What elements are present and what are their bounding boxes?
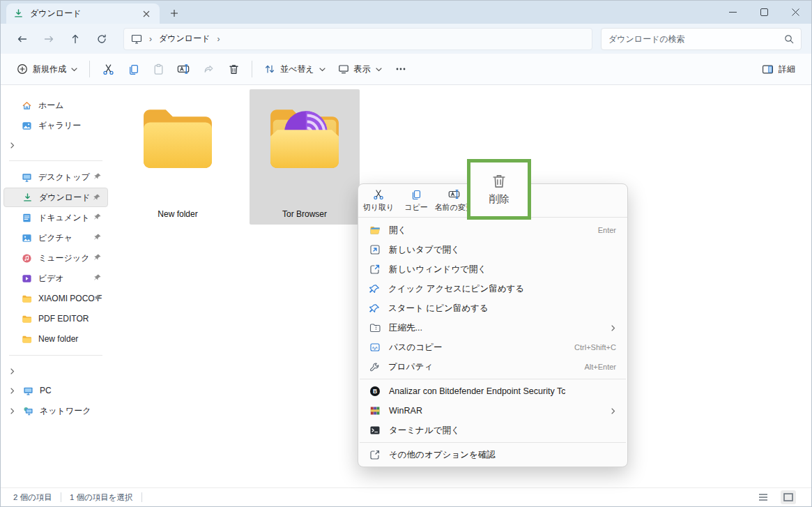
menu-item-copy-path[interactable]: パスのコピー Ctrl+Shift+C [361, 338, 625, 357]
menu-item-winrar[interactable]: WinRAR [361, 401, 625, 421]
menu-item-properties[interactable]: プロパティ Alt+Enter [361, 357, 625, 377]
menu-item-label: WinRAR [389, 406, 422, 416]
pictures-icon [22, 233, 32, 243]
menu-shortcut: Alt+Enter [584, 363, 616, 371]
search-box [601, 28, 802, 50]
divider [360, 379, 626, 379]
sort-button[interactable]: 並べ替え [258, 57, 332, 81]
sidebar-item-xiaomi-poco[interactable]: XIAOMI POCO F [3, 289, 108, 308]
menu-item-pin-quick-access[interactable]: クイック アクセスにピン留めする [361, 279, 625, 298]
sidebar-item-videos[interactable]: ビデオ [3, 268, 108, 288]
pin-icon [93, 253, 102, 262]
file-tile-new-folder[interactable]: New folder [123, 89, 233, 225]
menu-item-open[interactable]: 開く Enter [361, 220, 625, 240]
sidebar-item-gallery[interactable]: ギャラリー [3, 116, 108, 135]
view-label: 表示 [354, 63, 371, 75]
pin-icon [93, 294, 102, 302]
ctx-cut-button[interactable]: 切り取り [360, 189, 397, 213]
sidebar-item-pc[interactable]: PC [3, 381, 108, 400]
view-button[interactable]: 表示 [332, 57, 388, 81]
breadcrumb-chevron-icon: › [145, 34, 156, 44]
sidebar-item-pictures[interactable]: ピクチャ [3, 228, 108, 248]
wrench-icon [369, 362, 380, 372]
search-icon[interactable] [784, 34, 794, 44]
tab-downloads[interactable]: ダウンロード [6, 3, 160, 24]
ctx-copy-button[interactable]: コピー [397, 189, 435, 213]
sidebar-item-network[interactable]: ネットワーク [3, 401, 108, 421]
submenu-arrow-icon [610, 325, 616, 331]
sidebar-item-pdf-editor[interactable]: PDF EDITOR [3, 309, 108, 328]
this-pc-icon [131, 33, 142, 45]
command-toolbar: 新規作成 並べ替え [1, 54, 811, 85]
desktop-icon [22, 172, 32, 183]
file-name: Tor Browser [282, 209, 327, 219]
large-icons-view-icon[interactable] [781, 490, 796, 504]
pin-icon [93, 193, 101, 202]
divider [61, 492, 61, 502]
up-button[interactable] [63, 27, 87, 51]
sidebar-item-music[interactable]: ミュージック [3, 248, 108, 268]
new-item-button[interactable]: 新規作成 [10, 57, 84, 81]
breadcrumb[interactable]: › ダウンロード › [123, 28, 592, 50]
minimize-button[interactable] [717, 1, 749, 24]
menu-item-pin-start[interactable]: スタート にピン留めする [361, 298, 625, 318]
open-new-tab-icon [369, 244, 381, 255]
divider [9, 160, 102, 161]
menu-item-open-new-tab[interactable]: 新しいタブで開く [361, 240, 625, 259]
delete-button[interactable] [221, 57, 246, 81]
pin-icon [93, 273, 102, 282]
sort-label: 並べ替え [280, 63, 314, 75]
sidebar-item-label: PDF EDITOR [38, 314, 102, 324]
back-button[interactable] [10, 27, 34, 51]
cut-button[interactable] [95, 57, 121, 81]
file-tile-tor-browser[interactable]: Tor Browser [250, 89, 360, 225]
tab-close-icon[interactable] [140, 8, 153, 20]
menu-item-label: プロパティ [388, 361, 433, 373]
new-tab-button[interactable] [164, 4, 185, 22]
sidebar-item-downloads[interactable]: ダウンロード [3, 188, 108, 207]
menu-item-open-new-window[interactable]: 新しいウィンドウで開く [361, 259, 625, 279]
ctx-delete-label: 削除 [489, 192, 510, 206]
menu-item-label: 圧縮先... [389, 322, 422, 334]
folder-icon [22, 334, 32, 345]
tab-title: ダウンロード [30, 8, 134, 20]
menu-item-show-more-options[interactable]: その他のオプションを確認 [361, 445, 625, 464]
tree-expander-icon[interactable] [9, 388, 15, 394]
sidebar-item-documents[interactable]: ドキュメント [3, 208, 108, 227]
chevron-down-icon [376, 66, 382, 73]
maximize-button[interactable] [749, 1, 780, 24]
rename-button[interactable] [171, 57, 196, 81]
search-input[interactable] [608, 34, 784, 44]
ctx-delete-button[interactable] [491, 173, 507, 190]
folder-icon [22, 294, 32, 304]
tab-strip: ダウンロード [1, 1, 811, 24]
menu-item-compress[interactable]: 圧縮先... [361, 318, 625, 338]
ctx-cut-label: 切り取り [363, 202, 394, 213]
details-pane-button[interactable]: 詳細 [756, 57, 802, 81]
menu-shortcut: Enter [598, 226, 616, 234]
close-button[interactable] [780, 1, 811, 24]
menu-item-label: ターミナルで開く [389, 425, 460, 437]
compress-zip-icon [369, 322, 381, 333]
copy-button[interactable] [121, 57, 146, 81]
pin-icon [369, 303, 380, 314]
tree-expander[interactable] [1, 136, 111, 154]
sidebar-item-new-folder[interactable]: New folder [3, 329, 108, 349]
more-options-icon[interactable] [388, 57, 413, 81]
tree-expander[interactable] [1, 362, 111, 380]
breadcrumb-chevron-icon[interactable]: › [213, 34, 224, 44]
tree-expander-icon[interactable] [9, 408, 15, 414]
breadcrumb-item-downloads[interactable]: ダウンロード [159, 33, 210, 45]
context-menu-list: 開く Enter 新しいタブで開く 新しいウィンドウで開く クイック アクセス [358, 218, 627, 464]
network-icon [23, 406, 33, 416]
list-view-icon[interactable] [756, 490, 771, 504]
sidebar-item-home[interactable]: ホーム [3, 96, 108, 115]
explorer-window: ダウンロード [0, 0, 812, 507]
sidebar-item-label: ネットワーク [40, 405, 102, 417]
refresh-button[interactable] [90, 27, 114, 51]
forward-button [37, 27, 61, 51]
menu-item-bitdefender-scan[interactable]: B Analizar con Bitdefender Endpoint Secu… [361, 381, 625, 401]
menu-item-open-terminal[interactable]: ターミナルで開く [361, 421, 625, 440]
sidebar-item-desktop[interactable]: デスクトップ [3, 167, 108, 187]
menu-item-label: 新しいタブで開く [389, 244, 460, 256]
